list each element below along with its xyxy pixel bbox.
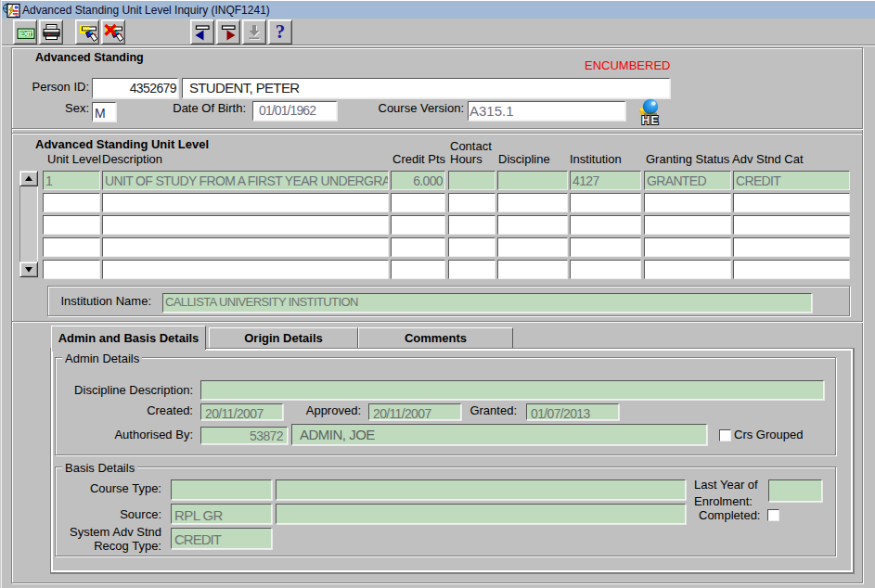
svg-text:EXIT: EXIT bbox=[19, 30, 32, 38]
svg-text:HE: HE bbox=[642, 114, 659, 126]
svg-text:?: ? bbox=[276, 20, 286, 43]
